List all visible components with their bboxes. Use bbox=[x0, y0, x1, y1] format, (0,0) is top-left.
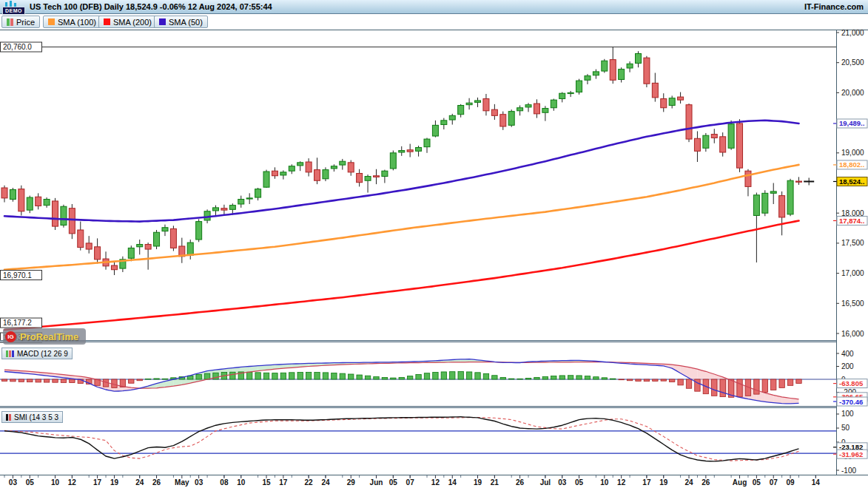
x-axis-label: 07 bbox=[406, 478, 415, 487]
candlestick[interactable] bbox=[196, 219, 202, 242]
candlestick[interactable] bbox=[18, 186, 24, 216]
candlestick[interactable] bbox=[323, 167, 329, 181]
macd-line-value-box: -370.46 bbox=[833, 397, 867, 406]
x-axis-label: 12 bbox=[431, 478, 440, 487]
candlestick[interactable] bbox=[390, 151, 396, 171]
y-axis-tick: 20,000 bbox=[841, 89, 864, 97]
candlestick[interactable] bbox=[508, 109, 514, 127]
svg-text:19,489..: 19,489.. bbox=[839, 119, 864, 127]
x-axis-label: 05 bbox=[575, 478, 584, 487]
instrument-title: US Tech 100 (DFB) Daily 18,524.9 -0.06% … bbox=[30, 2, 272, 11]
y-axis-tick: 17,500 bbox=[841, 239, 864, 247]
date-axis[interactable]: 0305101217192426May0308101517222429Jun05… bbox=[4, 475, 820, 487]
x-axis-label: 15 bbox=[262, 478, 271, 487]
candlestick[interactable] bbox=[61, 205, 67, 228]
chart-canvas[interactable]: 20,760.016,970.116,177.215,932.021,00020… bbox=[0, 0, 868, 488]
svg-text:-370.46: -370.46 bbox=[839, 398, 863, 406]
candlestick[interactable] bbox=[576, 79, 582, 95]
candlestick[interactable] bbox=[154, 230, 160, 249]
smi-panel-tab[interactable]: SMI (14 3 5 3 bbox=[1, 411, 63, 423]
x-axis-label: 05 bbox=[389, 478, 398, 487]
svg-text:-31.962: -31.962 bbox=[839, 450, 863, 458]
price-axis[interactable]: 21,00020,50020,00019,00018,00017,50017,0… bbox=[833, 29, 868, 475]
candlestick[interactable] bbox=[263, 170, 269, 188]
svg-text:18,802..: 18,802.. bbox=[839, 160, 864, 169]
x-axis-label: 21 bbox=[491, 478, 499, 487]
candlestick[interactable] bbox=[10, 188, 16, 202]
candlestick[interactable] bbox=[53, 198, 58, 230]
svg-text:20,760.0: 20,760.0 bbox=[3, 43, 32, 51]
candlestick[interactable] bbox=[686, 104, 692, 142]
legend-tab-sma200[interactable]: SMA (200) bbox=[98, 16, 157, 28]
y-axis-tick: 20,500 bbox=[841, 58, 864, 67]
x-axis-label: 24 bbox=[684, 478, 693, 487]
candlestick[interactable] bbox=[644, 56, 650, 87]
x-axis-label: 10 bbox=[600, 478, 609, 487]
ig-logo-icon: IG bbox=[5, 331, 16, 342]
svg-text:16,177.2: 16,177.2 bbox=[3, 319, 32, 327]
macd-panel-label: MACD (12 26 9 bbox=[17, 350, 68, 358]
mini-candles-icon bbox=[5, 1, 21, 7]
smi-axis-tick: 100 bbox=[841, 410, 854, 418]
macd-axis-tick: 200 bbox=[841, 362, 854, 370]
candlestick[interactable] bbox=[728, 121, 734, 150]
x-axis-label: 03 bbox=[558, 478, 567, 487]
price-label-box: 19,489.. bbox=[833, 119, 867, 128]
smi-icon bbox=[6, 414, 11, 421]
demo-badge: DEMO bbox=[2, 7, 25, 15]
sma200-swatch-icon bbox=[104, 18, 110, 25]
x-axis-label: 19 bbox=[110, 478, 119, 487]
legend-tab-sma50[interactable]: SMA (50) bbox=[154, 16, 208, 28]
level-label: 20,760.0 bbox=[1, 42, 42, 52]
smi-signal-value-box: -31.962 bbox=[833, 450, 867, 458]
x-axis-label: 07 bbox=[770, 478, 778, 487]
macd-value-box: -63.805 bbox=[833, 379, 867, 388]
x-axis-label: Jun bbox=[370, 478, 383, 487]
legend-tab-price[interactable]: Price bbox=[1, 16, 40, 28]
x-axis-label: 14 bbox=[448, 478, 457, 487]
x-axis-label: May bbox=[175, 478, 189, 487]
x-axis-label: 24 bbox=[321, 478, 330, 487]
candlestick[interactable] bbox=[170, 226, 176, 251]
x-axis-label: 17 bbox=[93, 478, 102, 487]
x-axis-label: 22 bbox=[305, 478, 314, 487]
x-axis-label: 26 bbox=[702, 478, 710, 487]
legend-tab-price-label: Price bbox=[16, 18, 35, 27]
y-axis-tick: 21,000 bbox=[841, 29, 864, 37]
brand-link[interactable]: IT-Finance.com bbox=[804, 2, 864, 11]
price-label-box: 18,802.. bbox=[833, 160, 867, 169]
candlestick[interactable] bbox=[69, 204, 75, 239]
x-axis-label: Aug bbox=[733, 478, 747, 487]
sma50-swatch-icon bbox=[159, 18, 166, 25]
candlestick[interactable] bbox=[787, 179, 793, 216]
x-axis-label: 17 bbox=[279, 478, 288, 487]
legend-tab-sma100[interactable]: SMA (100) bbox=[43, 16, 101, 28]
x-axis-label: 17 bbox=[642, 478, 651, 487]
x-axis-label: 12 bbox=[617, 478, 626, 487]
x-axis-label: 26 bbox=[152, 478, 161, 487]
x-axis-label: Jul bbox=[540, 478, 551, 487]
y-axis-tick: 19,000 bbox=[841, 149, 864, 157]
price-series-icon bbox=[7, 18, 13, 26]
svg-text:17,874..: 17,874.. bbox=[839, 217, 864, 225]
price-label-box: 18,524.. bbox=[833, 177, 867, 186]
level-label: 16,970.1 bbox=[1, 271, 42, 280]
macd-panel-tab[interactable]: MACD (12 26 9 bbox=[1, 348, 73, 359]
sma100-swatch-icon bbox=[48, 18, 55, 25]
legend-bar: Price SMA (100) SMA (200) SMA (50) bbox=[0, 14, 868, 30]
x-axis-label: 08 bbox=[220, 478, 229, 487]
x-axis-label: 19 bbox=[474, 478, 482, 487]
smi-axis-tick: 50 bbox=[841, 424, 850, 432]
x-axis-label: 10 bbox=[237, 478, 246, 487]
candlestick[interactable] bbox=[737, 119, 743, 172]
x-axis-label: 05 bbox=[753, 478, 761, 487]
candlestick[interactable] bbox=[762, 190, 768, 216]
macd-axis-tick: 400 bbox=[841, 350, 854, 358]
candlestick[interactable] bbox=[602, 59, 608, 73]
prorealtime-watermark: IG ProRealTime bbox=[3, 328, 86, 345]
svg-text:-63.805: -63.805 bbox=[839, 379, 864, 387]
x-axis-label: 26 bbox=[516, 478, 525, 487]
trading-app: { "title_bar": { "demo_label": "DEMO", "… bbox=[0, 0, 868, 488]
smi-panel-label: SMI (14 3 5 3 bbox=[14, 413, 58, 421]
x-axis-label: 09 bbox=[786, 478, 795, 487]
